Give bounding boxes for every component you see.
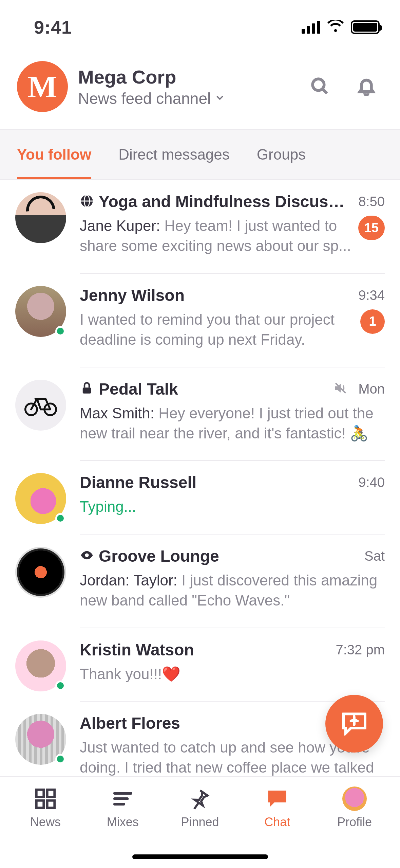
chat-row[interactable]: Pedal Talk Mon Max Smith: Hey everyone! … — [0, 367, 400, 461]
chat-title: Groove Lounge — [99, 547, 360, 565]
svg-rect-12 — [36, 790, 43, 797]
battery-icon — [351, 20, 380, 34]
grid-icon — [33, 786, 58, 811]
nav-news[interactable]: News — [15, 786, 76, 868]
presence-indicator — [55, 326, 65, 336]
nav-label: News — [30, 815, 61, 829]
nav-label: Chat — [264, 815, 290, 829]
header: M Mega Corp News feed channel — [0, 54, 400, 129]
nav-label: Profile — [337, 815, 372, 829]
chat-row[interactable]: Yoga and Mindfulness Discussi... 8:50 Ja… — [0, 180, 400, 274]
avatar — [15, 192, 66, 243]
chat-preview: Jordan: Taylor: I just discovered this a… — [80, 570, 385, 611]
tab-direct-messages[interactable]: Direct messages — [118, 130, 230, 179]
chat-time: 7:32 pm — [336, 642, 385, 657]
chat-title: Dianne Russell — [80, 473, 354, 492]
chat-time: 9:40 — [358, 475, 385, 490]
chat-time: Mon — [358, 381, 385, 397]
presence-indicator — [55, 754, 65, 764]
chat-preview: I wanted to remind you that our project … — [80, 309, 354, 350]
svg-rect-7 — [83, 387, 91, 394]
chat-row[interactable]: Jenny Wilson 9:34 I wanted to remind you… — [0, 274, 400, 367]
typing-indicator: Typing... — [80, 496, 385, 517]
presence-indicator — [55, 681, 65, 691]
svg-rect-14 — [36, 800, 43, 808]
tab-you-follow[interactable]: You follow — [17, 130, 91, 179]
chat-time: 8:50 — [358, 194, 385, 209]
tab-groups[interactable]: Groups — [257, 130, 306, 179]
nav-label: Mixes — [107, 815, 139, 829]
chat-row[interactable]: Groove Lounge Sat Jordan: Taylor: I just… — [0, 535, 400, 628]
avatar — [15, 380, 66, 431]
wifi-icon — [327, 20, 344, 35]
chat-time: 9:34 — [358, 288, 385, 303]
lines-icon — [111, 786, 135, 811]
cellular-icon — [302, 21, 320, 34]
presence-indicator — [55, 513, 65, 523]
avatar — [342, 786, 367, 811]
svg-point-0 — [312, 79, 324, 90]
svg-rect-13 — [47, 790, 54, 797]
chat-row[interactable]: Kristin Watson 7:32 pm Thank you!!!❤️ — [0, 628, 400, 702]
status-time: 9:41 — [34, 17, 72, 38]
muted-icon — [333, 381, 348, 397]
svg-line-1 — [323, 89, 327, 93]
tabs: You follow Direct messages Groups — [0, 129, 400, 180]
chat-icon — [265, 786, 289, 811]
svg-point-9 — [85, 554, 89, 557]
status-icons — [302, 20, 380, 35]
chevron-down-icon — [215, 93, 225, 104]
chat-row[interactable]: Dianne Russell 9:40 Typing... — [0, 461, 400, 534]
chat-preview: Thank you!!!❤️ — [80, 664, 385, 684]
unread-badge: 15 — [358, 216, 385, 240]
status-bar: 9:41 — [0, 0, 400, 54]
globe-icon — [80, 194, 94, 210]
eye-icon — [80, 548, 94, 564]
chat-title: Pedal Talk — [99, 380, 328, 398]
unread-badge: 1 — [360, 309, 385, 334]
chat-title: Jenny Wilson — [80, 286, 354, 305]
nav-label: Pinned — [181, 815, 219, 829]
chat-title: Yoga and Mindfulness Discussi... — [99, 192, 354, 211]
org-title: Mega Corp — [78, 66, 300, 88]
chat-preview: Max Smith: Hey everyone! I just tried ou… — [80, 403, 385, 444]
home-indicator — [132, 854, 268, 859]
org-subtitle: News feed channel — [78, 89, 211, 108]
org-avatar[interactable]: M — [17, 61, 68, 112]
avatar — [15, 547, 66, 598]
new-chat-fab[interactable] — [325, 695, 383, 753]
nav-profile[interactable]: Profile — [324, 786, 385, 868]
chat-time: Sat — [364, 548, 385, 564]
chat-title: Kristin Watson — [80, 640, 331, 659]
svg-rect-15 — [47, 800, 54, 808]
org-title-block[interactable]: Mega Corp News feed channel — [78, 66, 300, 108]
search-icon[interactable] — [310, 76, 329, 97]
chat-preview: Jane Kuper: Hey team! I just wanted to s… — [80, 216, 351, 256]
bell-icon[interactable] — [357, 76, 376, 97]
pin-icon — [188, 786, 212, 811]
lock-icon — [80, 381, 94, 397]
